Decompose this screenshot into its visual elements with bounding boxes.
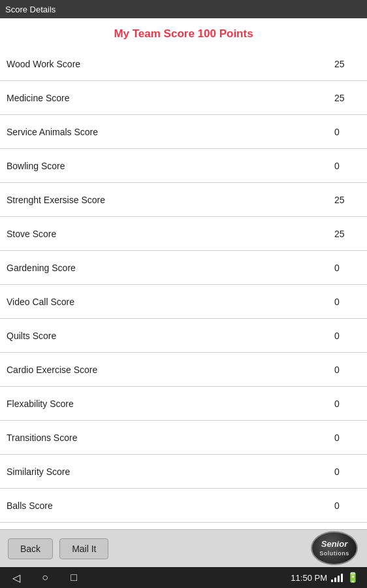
nav-buttons: ◁ ○ □ (8, 571, 82, 584)
score-row: Medicine Score25 (0, 81, 367, 115)
recent-nav-icon[interactable]: □ (65, 571, 82, 584)
main-content: My Team Score 100 Points Wood Work Score… (0, 18, 367, 567)
score-row: Balls Score0 (0, 489, 367, 523)
score-label: Strenght Exersise Score (7, 195, 334, 205)
score-row: Strenght Exersise Score25 (0, 183, 367, 217)
score-row: Wood Work Score25 (0, 47, 367, 81)
score-label: Gardening Score (7, 263, 334, 273)
score-label: Similarity Score (7, 466, 334, 477)
score-value: 25 (334, 59, 360, 69)
logo-solutions: Solutions (319, 550, 349, 558)
score-label: Bowling Score (7, 161, 334, 171)
score-value: 0 (334, 297, 360, 307)
score-value: 0 (334, 365, 360, 375)
score-row: Transitions Score0 (0, 421, 367, 455)
score-value: 0 (334, 466, 360, 477)
title-label: Score Details (5, 5, 56, 14)
back-button[interactable]: Back (8, 538, 53, 559)
score-row: Quilts Score0 (0, 319, 367, 353)
score-label: Cardio Exercise Score (7, 365, 334, 375)
score-label: Flexability Score (7, 399, 334, 409)
score-label: Quilts Score (7, 331, 334, 341)
score-label: Balls Score (7, 500, 334, 511)
score-label: Transitions Score (7, 433, 334, 443)
team-score-header: My Team Score 100 Points (0, 18, 367, 47)
score-row: Flexability Score0 (0, 387, 367, 421)
score-label: Wood Work Score (7, 59, 334, 69)
score-row: Bowling Score0 (0, 149, 367, 183)
time-display: 11:50 PM (291, 573, 327, 583)
score-value: 0 (334, 263, 360, 273)
signal-bar-1 (331, 580, 333, 582)
title-bar: Score Details (0, 0, 367, 18)
status-right: 11:50 PM 🔋 (291, 572, 359, 583)
score-value: 0 (334, 500, 360, 511)
home-nav-icon[interactable]: ○ (37, 571, 54, 584)
score-list: Wood Work Score25Medicine Score25Service… (0, 47, 367, 529)
logo-senior: Senior (321, 539, 347, 550)
score-label: Service Animals Score (7, 127, 334, 137)
score-value: 0 (334, 331, 360, 341)
score-row: Service Animals Score0 (0, 115, 367, 149)
score-label: Video Call Score (7, 297, 334, 307)
score-value: 25 (334, 93, 360, 103)
score-row: Stove Score25 (0, 217, 367, 251)
score-value: 25 (334, 195, 360, 205)
score-label: Stove Score (7, 229, 334, 239)
signal-bar-3 (338, 576, 340, 582)
score-value: 0 (334, 399, 360, 409)
logo-circle: Senior Solutions (311, 531, 358, 565)
back-nav-icon[interactable]: ◁ (8, 571, 25, 584)
signal-bar-4 (341, 574, 343, 582)
battery-icon: 🔋 (347, 572, 359, 583)
score-value: 0 (334, 127, 360, 137)
status-bar: ◁ ○ □ 11:50 PM 🔋 (0, 567, 367, 588)
score-row: Cardio Exercise Score0 (0, 353, 367, 387)
logo: Senior Solutions (308, 531, 360, 566)
score-value: 25 (334, 229, 360, 239)
mail-it-button[interactable]: Mail It (59, 538, 108, 559)
score-row: Similarity Score0 (0, 455, 367, 489)
score-row: Gardening Score0 (0, 251, 367, 285)
signal-bars (331, 573, 343, 582)
button-bar: Back Mail It Senior Solutions (0, 529, 367, 567)
score-value: 0 (334, 433, 360, 443)
signal-bar-2 (334, 578, 336, 582)
score-row: Video Call Score0 (0, 285, 367, 319)
score-label: Medicine Score (7, 93, 334, 103)
score-value: 0 (334, 161, 360, 171)
